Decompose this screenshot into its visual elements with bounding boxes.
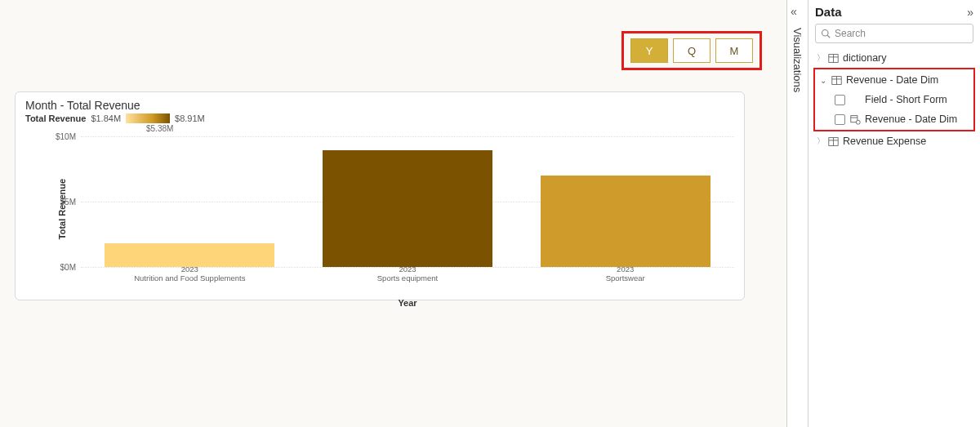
field-label: Field - Short Form <box>865 94 947 105</box>
slicer-year-button[interactable]: Y <box>630 38 668 63</box>
hierarchy-icon <box>849 114 862 125</box>
checkbox[interactable] <box>835 114 845 125</box>
data-pane: Data » Search 〉 dictionary ⌄ Revenue - D… <box>808 0 980 427</box>
legend-max-value: $8.91M <box>175 113 205 123</box>
legend-measure-label: Total Revenue <box>25 113 86 123</box>
chart-bars <box>81 136 734 267</box>
visualizations-pane-collapsed: « Visualizations <box>787 0 808 427</box>
checkbox[interactable] <box>835 95 845 105</box>
svg-point-10 <box>856 120 860 124</box>
slicer-quarter-button[interactable]: Q <box>673 38 710 63</box>
category-label: 2023Sports equipment <box>299 264 517 283</box>
bar-slot <box>81 136 299 267</box>
chart-legend: Total Revenue $1.84M $8.91M <box>25 113 734 123</box>
data-pane-title: Data <box>815 5 842 19</box>
tree-highlight: ⌄ Revenue - Date Dim Field - Short Form … <box>813 68 975 131</box>
table-dictionary[interactable]: 〉 dictionary <box>812 48 977 68</box>
y-tick: $0M <box>60 263 76 272</box>
y-axis-ticks: $10M $5M $0M <box>55 136 79 267</box>
slicer-month-button[interactable]: M <box>715 38 753 63</box>
category-label: 2023Nutrition and Food Supplements <box>81 264 299 283</box>
period-slicer: Y Q M <box>630 38 753 63</box>
search-icon <box>821 29 831 38</box>
chevron-down-icon: ⌄ <box>820 76 830 85</box>
chart-plot-area: Total Revenue $10M $5M $0M 2023Nutrition… <box>56 136 734 282</box>
slicer-highlight: Y Q M <box>621 31 762 70</box>
table-label: Revenue - Date Dim <box>846 74 938 86</box>
collapse-icon[interactable]: « <box>791 5 797 18</box>
x-axis-label: Year <box>81 298 734 308</box>
chart-title: Month - Total Revenue <box>25 99 734 112</box>
bar-slot <box>299 136 517 267</box>
legend-gradient-bar <box>126 113 170 123</box>
table-icon <box>826 136 840 147</box>
table-label: Revenue Expense <box>843 136 926 147</box>
chevron-right-icon: 〉 <box>817 52 826 64</box>
table-icon <box>830 75 843 86</box>
y-tick: $10M <box>56 132 76 141</box>
legend-min-value: $1.84M <box>91 113 121 123</box>
table-revenue-expense[interactable]: 〉 Revenue Expense <box>812 131 977 151</box>
fields-tree: 〉 dictionary ⌄ Revenue - Date Dim Field … <box>808 48 980 151</box>
chevron-right-icon: 〉 <box>817 136 826 147</box>
table-icon <box>826 53 840 64</box>
search-placeholder: Search <box>835 28 866 39</box>
report-canvas[interactable]: Y Q M Month - Total Revenue Total Revenu… <box>0 0 787 427</box>
y-tick: $5M <box>60 198 76 207</box>
table-label: dictionary <box>843 52 887 64</box>
visualizations-label[interactable]: Visualizations <box>791 28 804 92</box>
svg-line-1 <box>827 35 830 38</box>
category-label: 2023Sportswear <box>516 264 734 283</box>
legend-mid-value: $5.38M <box>146 124 734 133</box>
bar[interactable] <box>541 176 710 267</box>
x-axis-category-labels: 2023Nutrition and Food Supplements2023Sp… <box>81 264 734 283</box>
field-revenue-date-dim[interactable]: Revenue - Date Dim <box>815 109 973 129</box>
field-short-form[interactable]: Field - Short Form <box>815 90 973 109</box>
field-label: Revenue - Date Dim <box>865 113 957 125</box>
chart-visual[interactable]: Month - Total Revenue Total Revenue $1.8… <box>15 91 745 300</box>
expand-icon[interactable]: » <box>967 6 973 19</box>
bar-slot <box>516 136 734 267</box>
svg-point-0 <box>822 30 829 37</box>
bar[interactable] <box>323 150 492 267</box>
table-revenue-date-dim[interactable]: ⌄ Revenue - Date Dim <box>815 70 973 90</box>
search-input[interactable]: Search <box>815 24 973 43</box>
